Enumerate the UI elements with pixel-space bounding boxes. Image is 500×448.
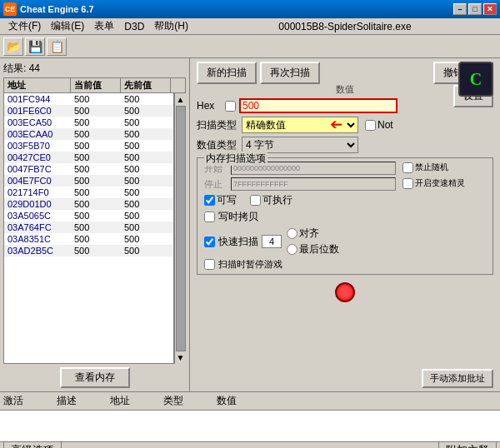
process-title: 000015B8-SpiderSolitaire.exe: [193, 21, 497, 32]
minimize-button[interactable]: –: [453, 3, 467, 15]
stop-label: 停止: [204, 178, 228, 191]
not-area: Not: [365, 119, 393, 131]
memory-scan-title: 内存扫描选项: [204, 152, 268, 166]
table-row[interactable]: 003ECA50500500: [4, 117, 173, 128]
col-value: 数值: [217, 394, 237, 408]
scrollbar-thumb[interactable]: [176, 106, 186, 351]
open-button[interactable]: 📂: [3, 37, 23, 56]
table-row[interactable]: 001FE6C0500500: [4, 105, 173, 117]
results-count: 结果: 44: [3, 62, 186, 76]
advanced-options-button[interactable]: 高级选项: [3, 441, 62, 449]
bottom-table-header: 激活 描述 地址 类型 数值: [0, 392, 500, 411]
table-row[interactable]: 003F5B70500500: [4, 140, 173, 152]
col-header-addr: 地址: [4, 78, 71, 92]
not-label: Not: [378, 119, 393, 131]
table-row[interactable]: 029D01D0500500: [4, 198, 173, 210]
value-type-row: 数值类型 4 字节: [197, 137, 493, 153]
no-random-label: 禁止随机: [415, 162, 448, 173]
col-address: 地址: [110, 394, 130, 408]
menu-file[interactable]: 文件(F): [3, 17, 46, 35]
menu-table[interactable]: 表单: [89, 17, 119, 35]
align-label: 对齐: [299, 226, 319, 241]
left-panel: 结果: 44 地址 当前值 先前值 001FC944500500001FE6C0…: [0, 58, 190, 391]
memory-scan-options: 内存扫描选项 开始 停止: [197, 157, 493, 275]
executable-checkbox[interactable]: [250, 195, 261, 206]
quick-scan-number[interactable]: [262, 235, 282, 248]
speed-up-label: 开启变速精灵: [415, 177, 465, 189]
align-radio[interactable]: [287, 228, 298, 239]
table-row[interactable]: 004E7FC0500500: [4, 175, 173, 187]
writable-label: 可写: [217, 193, 237, 207]
table-row[interactable]: 003ECAA0500500: [4, 128, 173, 140]
right-panel: C 新的扫描 再次扫描 撤销扫描 设置 数值 Hex: [190, 58, 500, 391]
table-row[interactable]: 03A8351C500500: [4, 233, 173, 245]
toolbar: 📂 💾 📋: [0, 35, 500, 58]
no-random-checkbox[interactable]: [402, 162, 413, 173]
stop-game-label: 扫描时暂停游戏: [218, 258, 282, 271]
menu-bar: 文件(F) 编辑(E) 表单 D3D 帮助(H) 000015B8-Spider…: [0, 18, 500, 35]
menu-edit[interactable]: 编辑(E): [46, 17, 89, 35]
col-active: 激活: [3, 394, 23, 408]
not-checkbox[interactable]: [365, 120, 376, 131]
window-title: Cheat Engine 6.7: [20, 4, 94, 14]
add-address-area: 手动添加批址: [197, 366, 493, 388]
hex-label: Hex: [197, 100, 222, 112]
value-section-label: 数值: [197, 83, 493, 96]
table-row[interactable]: 0047FB7C500500: [4, 163, 173, 175]
table-row[interactable]: 03A5065C500500: [4, 210, 173, 222]
copy-writable-checkbox[interactable]: [204, 212, 215, 222]
app-icon: CE: [3, 2, 17, 16]
left-bottom: 查看内存: [3, 367, 186, 388]
quick-scan-label: 快速扫描: [218, 235, 258, 249]
new-scan-button[interactable]: 新的扫描: [197, 62, 257, 84]
hex-value-input[interactable]: [239, 98, 398, 113]
last-digit-radio[interactable]: [287, 244, 298, 255]
table-row[interactable]: 03AD2B5C500500: [4, 245, 173, 256]
attach-button[interactable]: 附加主释: [438, 441, 497, 449]
scan-type-row: 扫描类型 精确数值 Not ➔: [197, 116, 493, 134]
scan-type-label: 扫描类型: [197, 118, 238, 132]
stop-button[interactable]: [335, 282, 355, 302]
scrollbar-up[interactable]: ▲: [177, 95, 185, 104]
title-bar: CE Cheat Engine 6.7 – □ ✕: [0, 0, 500, 18]
stop-input[interactable]: [231, 177, 396, 191]
table-row[interactable]: 00427CE0500500: [4, 152, 173, 163]
results-list[interactable]: 001FC944500500001FE6C0500500003ECA505005…: [3, 93, 174, 364]
clipboard-button[interactable]: 📋: [47, 37, 67, 56]
close-button[interactable]: ✕: [483, 3, 497, 15]
value-type-select[interactable]: 4 字节: [242, 137, 358, 153]
save-button[interactable]: 💾: [25, 37, 45, 56]
col-header-cur: 当前值: [71, 78, 121, 92]
menu-d3d[interactable]: D3D: [119, 19, 149, 34]
stop-game-checkbox[interactable]: [204, 259, 215, 270]
scan-memory-button[interactable]: 查看内存: [60, 367, 130, 388]
copy-writable-label: 写时拷贝: [218, 210, 258, 224]
col-type: 类型: [163, 394, 183, 408]
status-bar: 高级选项 附加主释: [0, 441, 500, 448]
scan-type-select[interactable]: 精确数值: [242, 117, 358, 133]
table-row[interactable]: 001FC944500500: [4, 93, 173, 105]
writable-checkbox[interactable]: [204, 195, 215, 206]
col-header-prev: 先前值: [121, 78, 171, 92]
hex-checkbox[interactable]: [225, 101, 236, 112]
value-type-label: 数值类型: [197, 138, 238, 152]
col-desc: 描述: [57, 394, 77, 408]
table-row[interactable]: 03A764FC500500: [4, 222, 173, 233]
menu-help[interactable]: 帮助(H): [149, 17, 193, 35]
last-digit-label: 最后位数: [299, 242, 339, 256]
add-address-button[interactable]: 手动添加批址: [422, 369, 493, 388]
table-row[interactable]: 021714F0500500: [4, 187, 173, 198]
speed-up-checkbox[interactable]: [402, 178, 413, 189]
next-scan-button[interactable]: 再次扫描: [260, 62, 320, 84]
maximize-button[interactable]: □: [468, 3, 482, 15]
executable-label: 可执行: [262, 193, 292, 207]
scrollbar-down[interactable]: ▼: [177, 353, 185, 362]
results-list-header: 地址 当前值 先前值: [3, 77, 186, 93]
quick-scan-checkbox[interactable]: [204, 236, 215, 247]
hex-row: Hex: [197, 98, 493, 113]
bottom-list: [0, 411, 500, 441]
bottom-panel: 激活 描述 地址 类型 数值: [0, 391, 500, 441]
